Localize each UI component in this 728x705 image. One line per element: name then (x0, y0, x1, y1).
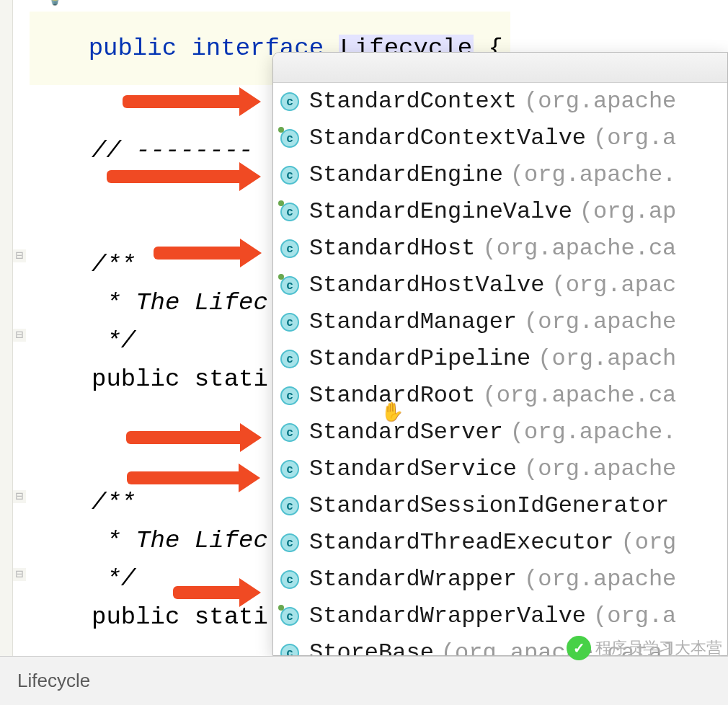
package-path: (org.apache. (510, 419, 676, 445)
implementation-item[interactable]: cStandardHostValve(org.apac (273, 267, 727, 303)
class-icon: c (280, 644, 299, 657)
package-path: (org.apache. (510, 161, 676, 188)
package-path: (org.ap (580, 198, 676, 225)
class-name: StandardContextValve (309, 125, 586, 151)
class-icon: c (280, 497, 299, 515)
code-line: */ (92, 567, 136, 591)
class-name: StandardWrapperValve (309, 603, 586, 629)
class-icon: c (280, 313, 299, 332)
implementation-item[interactable]: cStandardHost(org.apache.ca (273, 230, 727, 267)
fold-toggle-icon[interactable]: ⊟ (13, 490, 26, 503)
package-path: (org.apache.ca (482, 235, 676, 262)
class-icon: c (280, 460, 299, 479)
package-path: (org.apache (524, 309, 676, 335)
class-name: StandardManager (309, 309, 517, 335)
implementation-item[interactable]: cStandardSessionIdGenerator (273, 487, 727, 524)
class-icon: c (280, 166, 299, 185)
class-icon: c (280, 239, 299, 258)
implementation-item[interactable]: cStandardService(org.apache (273, 451, 727, 487)
class-icon: c (280, 203, 299, 221)
implementation-item[interactable]: cStandardContext(org.apache (273, 83, 727, 120)
implementation-item[interactable]: cStandardRoot(org.apache.ca (273, 377, 727, 414)
code-line: // -------- (92, 138, 253, 163)
package-path: (org.apache (524, 566, 676, 593)
implementation-item[interactable]: cStoreBase(org.apache.catal (273, 634, 727, 656)
package-path: (org.apache.catal (441, 639, 676, 656)
class-name: StandardSessionIdGenerator (309, 492, 669, 519)
class-name: StandardWrapper (309, 566, 517, 593)
class-icon: c (280, 533, 299, 552)
class-name: StandardRoot (309, 382, 475, 409)
fold-toggle-icon[interactable]: ⊟ (13, 249, 26, 262)
class-icon: c (280, 386, 299, 405)
code-line: /** (92, 490, 136, 515)
class-name: StandardServer (309, 419, 503, 445)
class-icon: c (280, 423, 299, 442)
class-icon: c (280, 129, 299, 148)
implementation-item[interactable]: cStandardThreadExecutor(org (273, 524, 727, 561)
implementation-item[interactable]: cStandardEngineValve(org.ap (273, 193, 727, 230)
implementation-item[interactable]: cStandardManager(org.apache (273, 303, 727, 340)
package-path: (org.apache.ca (482, 382, 676, 409)
implementation-item[interactable]: cStandardPipeline(org.apach (273, 340, 727, 377)
class-icon: c (280, 570, 299, 589)
class-name: StandardContext (309, 88, 517, 115)
code-line: public stati (92, 367, 268, 391)
keyword-public: public (89, 35, 177, 62)
class-icon: c (280, 276, 299, 295)
implementation-item[interactable]: cStandardContextValve(org.a (273, 120, 727, 156)
implementation-item[interactable]: cStandardWrapperValve(org.a (273, 598, 727, 634)
code-line: public stati (92, 605, 268, 629)
package-path: (org.a (593, 603, 676, 629)
class-name: StandardEngineValve (309, 198, 572, 225)
editor-gutter (0, 0, 13, 656)
implementations-list[interactable]: cStandardContext(org.apachecStandardCont… (273, 83, 727, 656)
implementation-item[interactable]: cStandardServer(org.apache. (273, 414, 727, 451)
package-path: (org.apac (551, 272, 676, 298)
implementation-item[interactable]: cStandardWrapper(org.apache (273, 561, 727, 598)
class-icon: c (280, 350, 299, 368)
status-bar-text: Lifecycle (17, 670, 90, 692)
code-line: * The Lifec (92, 291, 268, 315)
package-path: (org (621, 529, 676, 556)
class-name: StandardHost (309, 235, 475, 262)
popup-header[interactable] (273, 53, 727, 83)
fold-toggle-icon[interactable]: ⊟ (13, 568, 26, 581)
package-path: (org.a (593, 125, 676, 151)
status-bar: Lifecycle (0, 656, 728, 705)
class-name: StandardPipeline (309, 345, 531, 372)
class-icon: c (280, 607, 299, 626)
fold-toggle-icon[interactable]: ⊟ (13, 329, 26, 342)
class-icon: c (280, 92, 299, 111)
code-line: * The Lifec (92, 528, 268, 553)
class-name: StoreBase (309, 639, 434, 656)
package-path: (org.apach (538, 345, 676, 372)
package-path: (org.apache (524, 456, 676, 482)
implementation-item[interactable]: cStandardEngine(org.apache. (273, 156, 727, 193)
class-name: StandardHostValve (309, 272, 544, 298)
implementations-popup[interactable]: cStandardContext(org.apachecStandardCont… (272, 52, 728, 656)
intention-bulb-icon[interactable]: 💡 (43, 0, 66, 6)
code-line: */ (92, 329, 136, 353)
class-name: StandardService (309, 456, 517, 482)
class-name: StandardThreadExecutor (309, 529, 613, 556)
package-path: (org.apache (524, 88, 676, 115)
code-line: /** (92, 252, 136, 277)
class-name: StandardEngine (309, 161, 503, 188)
